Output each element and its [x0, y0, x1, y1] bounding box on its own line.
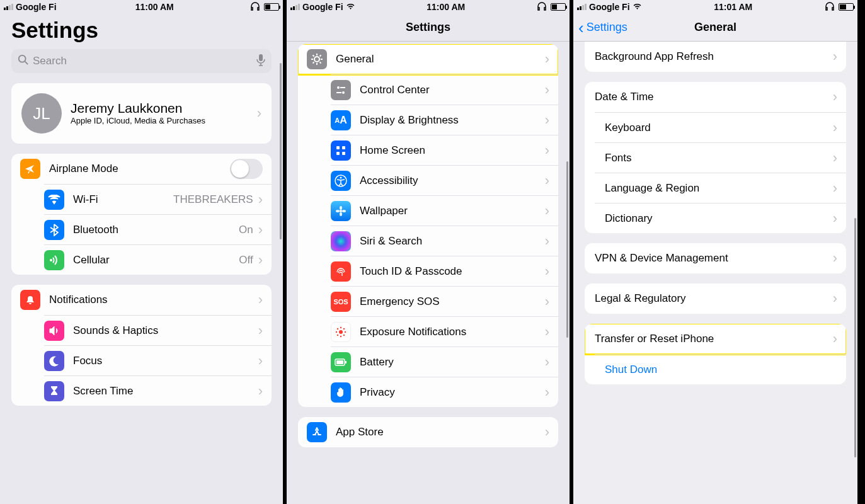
cell-label: Dictionary [605, 212, 653, 225]
cellular-signal-icon [290, 4, 300, 10]
battery-cell[interactable]: Battery › [331, 346, 558, 377]
cell-label: Control Center [360, 84, 430, 96]
chevron-right-icon: › [833, 290, 837, 307]
notifications-cell[interactable]: Notifications › [11, 285, 272, 315]
cell-label: Wallpaper [360, 205, 408, 217]
cellular-icon [44, 250, 64, 270]
control-center-cell[interactable]: Control Center › [331, 74, 558, 105]
svg-point-18 [336, 210, 340, 212]
background-app-refresh-cell[interactable]: Background App Refresh › [585, 42, 846, 72]
cellular-signal-icon [4, 4, 13, 10]
svg-rect-12 [342, 152, 345, 155]
misc-group: Notifications › Sounds & Haptics › Focus… [11, 285, 272, 406]
battery-icon [331, 352, 351, 372]
keyboard-cell[interactable]: Keyboard › [595, 112, 846, 142]
cellular-cell[interactable]: Cellular Off › [44, 244, 272, 275]
cellular-signal-icon [577, 4, 587, 10]
chevron-right-icon: › [545, 233, 549, 249]
hourglass-icon [44, 381, 64, 401]
chevron-right-icon: › [833, 250, 837, 266]
shut-down-cell[interactable]: Shut Down [595, 354, 846, 384]
svg-line-1 [25, 62, 28, 65]
account-subtitle: Apple ID, iCloud, Media & Purchases [71, 116, 205, 127]
general-cell[interactable]: General › [298, 44, 558, 74]
apple-id-cell[interactable]: JL Jeremy Laukkonen Apple ID, iCloud, Me… [11, 83, 272, 144]
chevron-left-icon: ‹ [578, 20, 584, 36]
clock: 11:00 AM [59, 2, 250, 12]
cell-label: Accessibility [360, 175, 418, 187]
svg-point-15 [340, 210, 342, 212]
cell-label: General [336, 53, 374, 66]
bluetooth-cell[interactable]: Bluetooth On › [44, 214, 272, 244]
connectivity-group: Airplane Mode Wi-Fi THEBREAKERS › Blueto… [11, 154, 272, 275]
search-icon [18, 54, 29, 68]
legal-cell[interactable]: Legal & Regulatory › [585, 284, 846, 314]
focus-cell[interactable]: Focus › [44, 345, 272, 375]
scrollbar[interactable] [280, 63, 282, 239]
touchid-cell[interactable]: Touch ID & Passcode › [331, 256, 558, 286]
chevron-right-icon: › [545, 173, 549, 189]
privacy-cell[interactable]: Privacy › [331, 377, 558, 407]
appstore-cell[interactable]: App Store › [298, 417, 558, 447]
back-button[interactable]: ‹ Settings [578, 20, 627, 36]
dictionary-cell[interactable]: Dictionary › [595, 203, 846, 233]
exposure-cell[interactable]: Exposure Notifications › [331, 316, 558, 346]
battery-icon [551, 3, 566, 11]
display-cell[interactable]: AA Display & Brightness › [331, 105, 558, 135]
chevron-right-icon: › [833, 89, 837, 105]
cell-label: Date & Time [595, 91, 654, 103]
screentime-cell[interactable]: Screen Time › [44, 375, 272, 406]
airplane-mode-cell[interactable]: Airplane Mode [11, 154, 272, 184]
wifi-icon [44, 190, 64, 210]
svg-point-16 [340, 206, 342, 210]
headphones-icon [537, 2, 547, 13]
vpn-cell[interactable]: VPN & Device Management › [585, 243, 846, 273]
svg-point-0 [19, 55, 26, 62]
status-bar: Google Fi 11:00 AM [287, 0, 570, 14]
mic-icon [256, 54, 265, 69]
clock: 11:01 AM [642, 2, 825, 12]
accessibility-cell[interactable]: Accessibility › [331, 165, 558, 195]
svg-rect-9 [336, 146, 340, 149]
svg-point-14 [340, 176, 342, 178]
home-screen-cell[interactable]: Home Screen › [331, 135, 558, 165]
svg-rect-31 [336, 360, 343, 364]
sliders-icon [331, 80, 351, 100]
svg-point-20 [339, 330, 343, 334]
fonts-cell[interactable]: Fonts › [595, 142, 846, 173]
airplane-toggle[interactable] [230, 159, 263, 179]
svg-point-24 [345, 331, 346, 332]
system-group: General › Control Center › AA Display & … [298, 44, 558, 407]
cell-value: Off [239, 254, 253, 266]
chevron-right-icon: › [545, 203, 549, 219]
scrollbar[interactable] [854, 218, 856, 457]
svg-rect-2 [259, 54, 263, 61]
carrier-label: Google Fi [589, 2, 630, 12]
chevron-right-icon: › [257, 105, 261, 122]
battery-icon [839, 3, 854, 11]
battery-icon [264, 3, 279, 11]
wifi-cell[interactable]: Wi-Fi THEBREAKERS › [44, 184, 272, 214]
sounds-cell[interactable]: Sounds & Haptics › [44, 315, 272, 345]
account-name: Jeremy Laukkonen [71, 101, 205, 116]
status-bar: Google Fi 11:00 AM [0, 0, 283, 14]
transfer-reset-cell[interactable]: Transfer or Reset iPhone › [585, 324, 846, 354]
search-input[interactable]: Search [11, 49, 272, 73]
svg-point-4 [314, 57, 319, 62]
sos-cell[interactable]: SOS Emergency SOS › [331, 286, 558, 316]
cell-label: Transfer or Reset iPhone [595, 333, 714, 345]
input-group: Date & Time › Keyboard › Fonts › Languag… [585, 82, 846, 233]
wallpaper-cell[interactable]: Wallpaper › [331, 195, 558, 226]
language-region-cell[interactable]: Language & Region › [595, 173, 846, 203]
svg-point-27 [337, 334, 338, 335]
cell-label: Siri & Search [360, 235, 422, 248]
wifi-icon [346, 2, 355, 12]
siri-icon [331, 231, 351, 251]
cell-label: Battery [360, 356, 394, 369]
svg-point-26 [343, 328, 345, 329]
siri-cell[interactable]: Siri & Search › [331, 226, 558, 256]
cell-label: Focus [73, 355, 102, 367]
chevron-right-icon: › [833, 120, 837, 136]
date-time-cell[interactable]: Date & Time › [585, 82, 846, 112]
scrollbar[interactable] [566, 161, 568, 338]
